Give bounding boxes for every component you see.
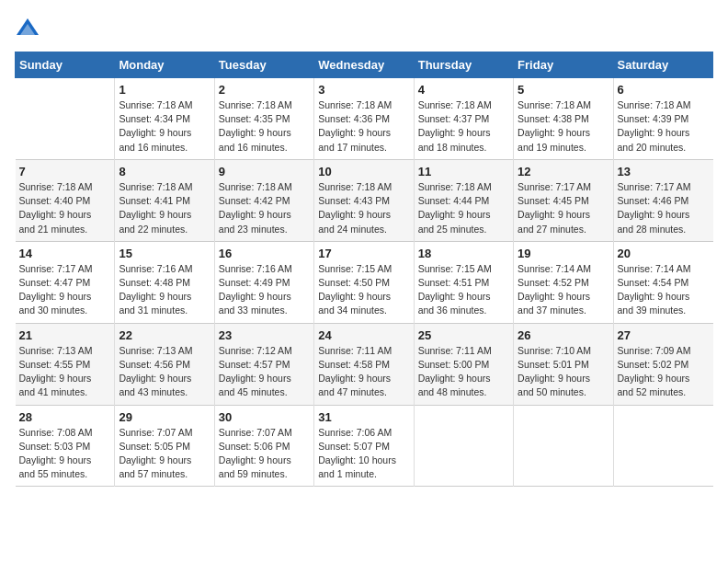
calendar-cell: 25Sunrise: 7:11 AMSunset: 5:00 PMDayligh… — [414, 323, 513, 405]
day-info: Sunrise: 7:10 AMSunset: 5:01 PMDaylight:… — [518, 344, 609, 400]
calendar-cell: 2Sunrise: 7:18 AMSunset: 4:35 PMDaylight… — [214, 78, 313, 160]
calendar-cell: 8Sunrise: 7:18 AMSunset: 4:41 PMDaylight… — [115, 159, 214, 241]
page-header — [15, 15, 713, 40]
col-header-friday: Friday — [514, 52, 613, 78]
day-info: Sunrise: 7:13 AMSunset: 4:55 PMDaylight:… — [19, 344, 111, 400]
day-number: 13 — [618, 165, 710, 178]
calendar-cell: 21Sunrise: 7:13 AMSunset: 4:55 PMDayligh… — [16, 323, 115, 405]
calendar-cell: 29Sunrise: 7:07 AMSunset: 5:05 PMDayligh… — [115, 405, 214, 487]
day-info: Sunrise: 7:08 AMSunset: 5:03 PMDaylight:… — [19, 426, 111, 482]
day-number: 17 — [318, 247, 409, 260]
calendar-cell: 7Sunrise: 7:18 AMSunset: 4:40 PMDaylight… — [16, 159, 115, 241]
logo — [15, 15, 44, 40]
calendar-cell: 9Sunrise: 7:18 AMSunset: 4:42 PMDaylight… — [214, 159, 313, 241]
day-number: 22 — [119, 328, 210, 342]
day-number: 26 — [518, 328, 609, 342]
day-info: Sunrise: 7:17 AMSunset: 4:45 PMDaylight:… — [518, 180, 609, 236]
day-number: 24 — [318, 328, 409, 342]
day-number: 1 — [119, 83, 210, 97]
day-info: Sunrise: 7:18 AMSunset: 4:36 PMDaylight:… — [318, 98, 409, 155]
calendar-cell — [414, 405, 513, 487]
day-number: 9 — [219, 165, 310, 178]
day-number: 25 — [418, 328, 509, 342]
col-header-tuesday: Tuesday — [214, 52, 313, 78]
day-number: 16 — [219, 247, 310, 260]
day-number: 29 — [119, 410, 210, 424]
day-number: 27 — [618, 328, 710, 342]
calendar-cell: 13Sunrise: 7:17 AMSunset: 4:46 PMDayligh… — [613, 159, 712, 241]
day-info: Sunrise: 7:17 AMSunset: 4:47 PMDaylight:… — [19, 262, 111, 318]
calendar-header-row: SundayMondayTuesdayWednesdayThursdayFrid… — [16, 52, 713, 78]
calendar-row: 14Sunrise: 7:17 AMSunset: 4:47 PMDayligh… — [16, 241, 713, 323]
calendar-row: 7Sunrise: 7:18 AMSunset: 4:40 PMDaylight… — [16, 159, 713, 241]
col-header-saturday: Saturday — [613, 52, 712, 78]
calendar-cell: 5Sunrise: 7:18 AMSunset: 4:38 PMDaylight… — [514, 78, 613, 160]
calendar-cell — [613, 405, 712, 487]
day-number: 15 — [119, 247, 210, 260]
day-info: Sunrise: 7:18 AMSunset: 4:35 PMDaylight:… — [219, 98, 310, 155]
calendar-cell: 6Sunrise: 7:18 AMSunset: 4:39 PMDaylight… — [613, 78, 712, 160]
calendar-cell: 22Sunrise: 7:13 AMSunset: 4:56 PMDayligh… — [115, 323, 214, 405]
day-number: 31 — [318, 410, 409, 424]
day-info: Sunrise: 7:16 AMSunset: 4:48 PMDaylight:… — [119, 262, 210, 318]
day-number: 14 — [19, 247, 111, 260]
day-number: 8 — [119, 165, 210, 178]
calendar-cell: 16Sunrise: 7:16 AMSunset: 4:49 PMDayligh… — [214, 241, 313, 323]
day-info: Sunrise: 7:14 AMSunset: 4:54 PMDaylight:… — [618, 262, 710, 318]
calendar-table: SundayMondayTuesdayWednesdayThursdayFrid… — [15, 52, 713, 487]
day-info: Sunrise: 7:18 AMSunset: 4:42 PMDaylight:… — [219, 180, 310, 236]
day-info: Sunrise: 7:07 AMSunset: 5:05 PMDaylight:… — [119, 426, 210, 482]
calendar-cell: 24Sunrise: 7:11 AMSunset: 4:58 PMDayligh… — [314, 323, 414, 405]
day-number: 3 — [318, 83, 409, 97]
day-info: Sunrise: 7:11 AMSunset: 5:00 PMDaylight:… — [418, 344, 509, 400]
day-info: Sunrise: 7:17 AMSunset: 4:46 PMDaylight:… — [618, 180, 710, 236]
day-number: 7 — [19, 165, 111, 178]
day-info: Sunrise: 7:11 AMSunset: 4:58 PMDaylight:… — [318, 344, 409, 400]
calendar-cell: 30Sunrise: 7:07 AMSunset: 5:06 PMDayligh… — [214, 405, 313, 487]
calendar-cell: 4Sunrise: 7:18 AMSunset: 4:37 PMDaylight… — [414, 78, 513, 160]
day-number: 21 — [19, 328, 111, 342]
calendar-cell: 19Sunrise: 7:14 AMSunset: 4:52 PMDayligh… — [514, 241, 613, 323]
calendar-cell: 11Sunrise: 7:18 AMSunset: 4:44 PMDayligh… — [414, 159, 513, 241]
day-number: 18 — [418, 247, 509, 260]
day-number: 20 — [618, 247, 710, 260]
day-number: 28 — [19, 410, 111, 424]
day-number: 4 — [418, 83, 509, 97]
day-number: 2 — [219, 83, 310, 97]
day-number: 6 — [618, 83, 710, 97]
day-info: Sunrise: 7:15 AMSunset: 4:51 PMDaylight:… — [418, 262, 509, 318]
col-header-monday: Monday — [115, 52, 214, 78]
calendar-cell: 14Sunrise: 7:17 AMSunset: 4:47 PMDayligh… — [16, 241, 115, 323]
calendar-cell: 26Sunrise: 7:10 AMSunset: 5:01 PMDayligh… — [514, 323, 613, 405]
calendar-cell: 10Sunrise: 7:18 AMSunset: 4:43 PMDayligh… — [314, 159, 414, 241]
calendar-row: 1Sunrise: 7:18 AMSunset: 4:34 PMDaylight… — [16, 78, 713, 160]
day-info: Sunrise: 7:18 AMSunset: 4:39 PMDaylight:… — [618, 98, 710, 155]
logo-icon — [15, 15, 40, 40]
day-number: 30 — [219, 410, 310, 424]
day-number: 10 — [318, 165, 409, 178]
day-info: Sunrise: 7:18 AMSunset: 4:37 PMDaylight:… — [418, 98, 509, 155]
calendar-cell: 3Sunrise: 7:18 AMSunset: 4:36 PMDaylight… — [314, 78, 414, 160]
day-info: Sunrise: 7:07 AMSunset: 5:06 PMDaylight:… — [219, 426, 310, 482]
day-info: Sunrise: 7:06 AMSunset: 5:07 PMDaylight:… — [318, 426, 409, 482]
calendar-cell: 23Sunrise: 7:12 AMSunset: 4:57 PMDayligh… — [214, 323, 313, 405]
day-info: Sunrise: 7:18 AMSunset: 4:38 PMDaylight:… — [518, 98, 609, 155]
day-number: 12 — [518, 165, 609, 178]
calendar-cell — [16, 78, 115, 160]
col-header-wednesday: Wednesday — [314, 52, 414, 78]
calendar-cell: 17Sunrise: 7:15 AMSunset: 4:50 PMDayligh… — [314, 241, 414, 323]
day-number: 5 — [518, 83, 609, 97]
col-header-sunday: Sunday — [16, 52, 115, 78]
calendar-cell: 31Sunrise: 7:06 AMSunset: 5:07 PMDayligh… — [314, 405, 414, 487]
calendar-row: 21Sunrise: 7:13 AMSunset: 4:55 PMDayligh… — [16, 323, 713, 405]
col-header-thursday: Thursday — [414, 52, 513, 78]
calendar-row: 28Sunrise: 7:08 AMSunset: 5:03 PMDayligh… — [16, 405, 713, 487]
day-info: Sunrise: 7:18 AMSunset: 4:34 PMDaylight:… — [119, 98, 210, 155]
day-info: Sunrise: 7:18 AMSunset: 4:40 PMDaylight:… — [19, 180, 111, 236]
calendar-cell: 27Sunrise: 7:09 AMSunset: 5:02 PMDayligh… — [613, 323, 712, 405]
day-info: Sunrise: 7:18 AMSunset: 4:41 PMDaylight:… — [119, 180, 210, 236]
day-info: Sunrise: 7:14 AMSunset: 4:52 PMDaylight:… — [518, 262, 609, 318]
calendar-cell: 18Sunrise: 7:15 AMSunset: 4:51 PMDayligh… — [414, 241, 513, 323]
day-number: 23 — [219, 328, 310, 342]
calendar-cell: 20Sunrise: 7:14 AMSunset: 4:54 PMDayligh… — [613, 241, 712, 323]
